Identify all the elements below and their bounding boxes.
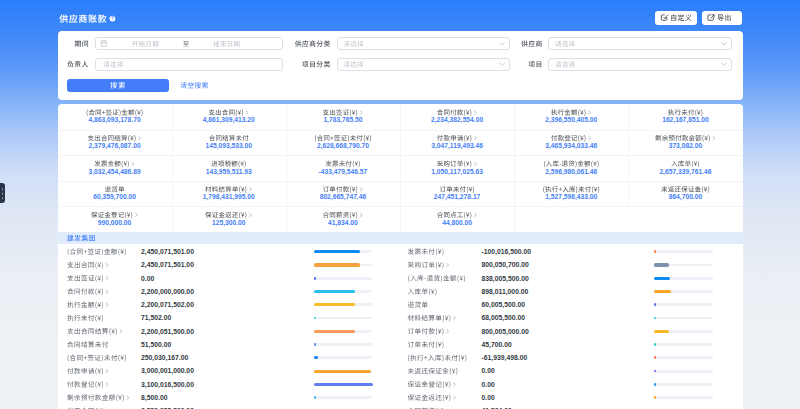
svg-text:247,451,278.17: 247,451,278.17 — [434, 193, 481, 201]
svg-text:71,502.00: 71,502.00 — [141, 314, 171, 322]
svg-text:0.00: 0.00 — [482, 394, 495, 401]
svg-text:51,500.00: 51,500.00 — [141, 341, 171, 349]
svg-text:373,082.00: 373,082.00 — [669, 142, 703, 150]
svg-text:2,596,980,061.46: 2,596,980,061.46 — [545, 168, 597, 176]
svg-text:143,959,511.93: 143,959,511.93 — [206, 168, 252, 176]
svg-text:2,379,476,087.00: 2,379,476,087.00 — [89, 142, 141, 150]
svg-text:250,030,167.00: 250,030,167.00 — [141, 354, 188, 362]
svg-text:41,834.00: 41,834.00 — [328, 219, 358, 227]
svg-text:838,005,500.00: 838,005,500.00 — [482, 275, 529, 283]
svg-text:3,100,016,500.00: 3,100,016,500.00 — [141, 381, 194, 389]
svg-text:3,032,454,486.89: 3,032,454,486.89 — [89, 168, 141, 176]
svg-text:800,050,700.00: 800,050,700.00 — [482, 261, 529, 269]
svg-text:4,863,093,178.70: 4,863,093,178.70 — [89, 116, 141, 124]
svg-text:802,665,747.46: 802,665,747.46 — [320, 193, 367, 201]
svg-text:2,450,071,501.00: 2,450,071,501.00 — [141, 248, 194, 256]
svg-text:68,005,500.00: 68,005,500.00 — [482, 314, 526, 322]
svg-text:4,861,309,413.20: 4,861,309,413.20 — [203, 116, 255, 124]
svg-text:162,167,851.00: 162,167,851.00 — [662, 116, 709, 124]
svg-text:2,396,550,405.00: 2,396,550,405.00 — [545, 116, 597, 124]
svg-text:2,628,668,790.70: 2,628,668,790.70 — [317, 142, 369, 150]
svg-text:?: ? — [111, 16, 114, 21]
svg-text:-61,939,498.00: -61,939,498.00 — [482, 354, 528, 362]
svg-text:2,200,000,000.00: 2,200,000,000.00 — [141, 288, 194, 296]
svg-text:3,047,119,493.46: 3,047,119,493.46 — [431, 142, 483, 150]
svg-text:3,465,934,033.46: 3,465,934,033.46 — [545, 142, 597, 150]
svg-text:2,450,071,501.00: 2,450,071,501.00 — [141, 261, 194, 269]
svg-text:1,527,596,433.00: 1,527,596,433.00 — [545, 193, 597, 201]
svg-text:45,700.00: 45,700.00 — [482, 341, 512, 349]
svg-text:-433,479,546.57: -433,479,546.57 — [319, 168, 368, 176]
svg-text:2,200,071,502.00: 2,200,071,502.00 — [141, 301, 194, 309]
svg-text:2,200,051,500.00: 2,200,051,500.00 — [141, 328, 194, 336]
svg-text:1,798,431,995.00: 1,798,431,995.00 — [203, 193, 255, 201]
svg-text:2,234,382,554.00: 2,234,382,554.00 — [431, 116, 483, 124]
svg-text:3,000,001,000.00: 3,000,001,000.00 — [141, 367, 194, 375]
svg-text:1,050,117,025.63: 1,050,117,025.63 — [431, 168, 483, 176]
svg-text:44,800.00: 44,800.00 — [442, 219, 472, 227]
svg-text:60,005,500.00: 60,005,500.00 — [482, 301, 526, 309]
svg-text:0.00: 0.00 — [482, 367, 495, 374]
svg-text:145,093,533.00: 145,093,533.00 — [206, 142, 253, 150]
svg-text:864,700.00: 864,700.00 — [669, 193, 703, 201]
svg-text:0.00: 0.00 — [141, 275, 154, 282]
svg-text:2,657,339,761.46: 2,657,339,761.46 — [659, 168, 711, 176]
svg-text:8,500.00: 8,500.00 — [141, 394, 168, 402]
svg-text:125,300.00: 125,300.00 — [212, 219, 246, 227]
svg-text:-100,016,500.00: -100,016,500.00 — [482, 248, 532, 256]
svg-text:1,783,765.50: 1,783,765.50 — [323, 116, 362, 124]
svg-text:800,005,000.00: 800,005,000.00 — [482, 328, 529, 336]
svg-text:898,011,000.00: 898,011,000.00 — [482, 288, 529, 296]
svg-text:0.00: 0.00 — [482, 381, 495, 388]
svg-text:60,359,700.00: 60,359,700.00 — [93, 193, 136, 201]
svg-text:990,000.00: 990,000.00 — [98, 219, 132, 227]
